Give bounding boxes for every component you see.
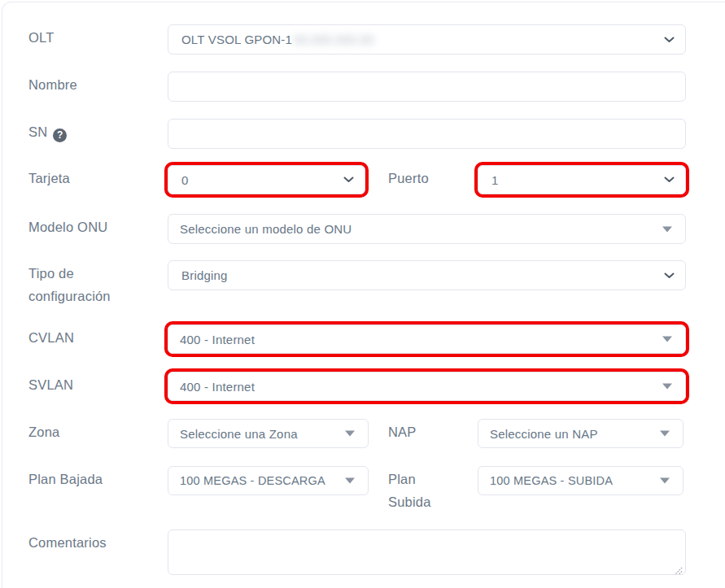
caret-down-icon: [662, 226, 672, 232]
plan-subida-label: Plan Subida: [388, 466, 478, 513]
form-row-planes: Plan Bajada 100 MEGAS - DESCARGA Plan Su…: [28, 466, 686, 513]
chevron-down-icon: [664, 272, 675, 279]
nap-label: NAP: [388, 419, 478, 443]
cvlan-select[interactable]: 400 - Internet: [168, 324, 686, 354]
olt-select[interactable]: OLT VSOL GPON-1 00.000.000.00: [168, 24, 686, 54]
cvlan-label: CVLAN: [28, 324, 168, 349]
form-row-nombre: Nombre: [28, 72, 686, 102]
nombre-label: Nombre: [28, 72, 168, 96]
caret-down-icon: [660, 478, 670, 484]
form-row-sn: SN?: [28, 119, 686, 149]
tipo-configuracion-label: Tipo de configuración: [28, 260, 168, 307]
sn-label-text: SN: [28, 124, 47, 139]
caret-down-icon: [662, 337, 672, 342]
tarjeta-select[interactable]: 0: [168, 165, 365, 194]
help-icon[interactable]: ?: [53, 128, 67, 142]
modelo-onu-select[interactable]: Seleccione un modelo de ONU: [168, 214, 686, 244]
chevron-down-icon: [664, 176, 675, 183]
plan-subida-value: 100 MEGAS - SUBIDA: [490, 474, 613, 487]
chevron-down-icon: [343, 176, 354, 183]
nombre-input[interactable]: [168, 72, 686, 102]
svlan-label: SVLAN: [28, 372, 168, 396]
tipo-configuracion-label-text: Tipo de configuración: [28, 262, 147, 307]
olt-select-value: OLT VSOL GPON-1: [181, 33, 292, 46]
form-row-comentarios: Comentarios: [28, 529, 686, 575]
tarjeta-select-value: 0: [181, 173, 189, 187]
plan-bajada-select[interactable]: 100 MEGAS - DESCARGA: [168, 466, 369, 495]
comentarios-textarea[interactable]: [168, 529, 686, 575]
caret-down-icon: [345, 431, 355, 437]
tipo-configuracion-value: Bridging: [181, 268, 228, 282]
chevron-down-icon: [664, 37, 675, 43]
zona-select[interactable]: Seleccione una Zona: [168, 419, 369, 448]
form-row-cvlan: CVLAN 400 - Internet: [28, 324, 686, 354]
nap-placeholder: Seleccione un NAP: [490, 427, 598, 441]
nap-select[interactable]: Seleccione un NAP: [478, 419, 684, 448]
puerto-label: Puerto: [388, 165, 478, 189]
form-row-modelo-onu: Modelo ONU Seleccione un modelo de ONU: [28, 214, 686, 244]
sn-input[interactable]: [168, 119, 686, 149]
sn-label: SN?: [28, 119, 168, 143]
form-row-tipo-configuracion: Tipo de configuración Bridging: [28, 260, 686, 307]
form-row-zona-nap: Zona Seleccione una Zona NAP Seleccione …: [28, 419, 686, 448]
puerto-select[interactable]: 1: [478, 165, 686, 194]
modelo-onu-label: Modelo ONU: [28, 214, 168, 238]
plan-subida-select[interactable]: 100 MEGAS - SUBIDA: [478, 466, 684, 495]
puerto-select-value: 1: [491, 173, 499, 187]
caret-down-icon: [662, 384, 672, 390]
comentarios-textarea-wrap: [168, 529, 686, 575]
form-row-tarjeta-puerto: Tarjeta 0 Puerto 1: [28, 165, 686, 194]
caret-down-icon: [660, 431, 670, 437]
form-row-olt: OLT OLT VSOL GPON-1 00.000.000.00: [28, 24, 686, 54]
zona-placeholder: Seleccione una Zona: [180, 427, 298, 441]
plan-bajada-label: Plan Bajada: [28, 466, 168, 490]
comentarios-label: Comentarios: [28, 529, 168, 554]
resize-handle-icon[interactable]: [675, 564, 683, 572]
plan-subida-label-text: Plan Subida: [388, 468, 439, 513]
zona-label: Zona: [28, 419, 168, 443]
olt-select-redacted-blur: 00.000.000.00: [294, 33, 374, 46]
plan-bajada-value: 100 MEGAS - DESCARGA: [180, 474, 325, 487]
caret-down-icon: [345, 478, 355, 484]
tarjeta-label: Tarjeta: [28, 165, 168, 189]
cvlan-select-value: 400 - Internet: [180, 333, 255, 346]
form-row-svlan: SVLAN 400 - Internet: [28, 372, 686, 401]
svlan-select-value: 400 - Internet: [180, 380, 255, 394]
svlan-select[interactable]: 400 - Internet: [168, 372, 686, 401]
modelo-onu-placeholder: Seleccione un modelo de ONU: [180, 222, 352, 236]
olt-label: OLT: [28, 24, 168, 49]
tipo-configuracion-select[interactable]: Bridging: [168, 260, 686, 290]
